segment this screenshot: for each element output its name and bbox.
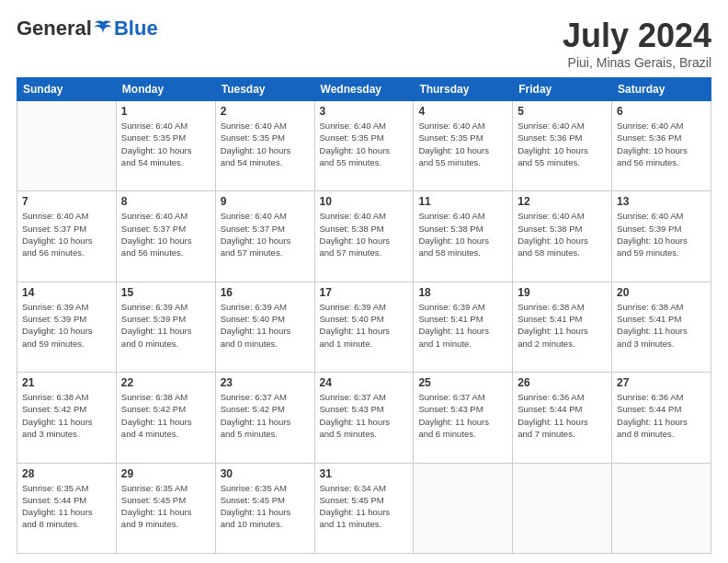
day-info: Sunrise: 6:40 AM Sunset: 5:37 PM Dayligh… [22, 210, 111, 259]
day-number: 7 [22, 195, 111, 208]
calendar-cell [414, 463, 513, 553]
day-number: 15 [121, 286, 210, 299]
day-of-week-header: Tuesday [215, 78, 314, 101]
calendar-cell: 28Sunrise: 6:35 AM Sunset: 5:44 PM Dayli… [17, 463, 117, 553]
calendar-cell: 17Sunrise: 6:39 AM Sunset: 5:40 PM Dayli… [314, 282, 414, 372]
day-info: Sunrise: 6:35 AM Sunset: 5:45 PM Dayligh… [121, 482, 210, 531]
day-number: 23 [221, 376, 310, 389]
day-number: 17 [320, 286, 409, 299]
calendar-cell: 9Sunrise: 6:40 AM Sunset: 5:37 PM Daylig… [215, 191, 314, 282]
calendar-cell: 2Sunrise: 6:40 AM Sunset: 5:35 PM Daylig… [215, 101, 314, 191]
day-info: Sunrise: 6:38 AM Sunset: 5:42 PM Dayligh… [121, 391, 210, 440]
calendar-cell: 25Sunrise: 6:37 AM Sunset: 5:43 PM Dayli… [414, 373, 513, 463]
day-of-week-header: Monday [116, 78, 215, 101]
day-number: 4 [418, 105, 507, 118]
day-info: Sunrise: 6:40 AM Sunset: 5:39 PM Dayligh… [617, 210, 706, 259]
subtitle: Piui, Minas Gerais, Brazil [563, 55, 711, 70]
calendar-cell: 22Sunrise: 6:38 AM Sunset: 5:42 PM Dayli… [116, 373, 215, 463]
day-info: Sunrise: 6:40 AM Sunset: 5:36 PM Dayligh… [617, 120, 706, 168]
calendar-cell: 18Sunrise: 6:39 AM Sunset: 5:41 PM Dayli… [414, 282, 513, 372]
calendar-cell: 15Sunrise: 6:39 AM Sunset: 5:39 PM Dayli… [116, 282, 215, 372]
calendar-cell: 14Sunrise: 6:39 AM Sunset: 5:39 PM Dayli… [17, 282, 117, 372]
day-info: Sunrise: 6:35 AM Sunset: 5:45 PM Dayligh… [221, 482, 310, 531]
calendar-cell: 16Sunrise: 6:39 AM Sunset: 5:40 PM Dayli… [215, 282, 314, 372]
logo-blue-text: Blue [114, 17, 158, 40]
calendar-cell: 19Sunrise: 6:38 AM Sunset: 5:41 PM Dayli… [513, 282, 612, 372]
calendar-cell: 20Sunrise: 6:38 AM Sunset: 5:41 PM Dayli… [612, 282, 711, 372]
day-info: Sunrise: 6:38 AM Sunset: 5:41 PM Dayligh… [617, 301, 706, 350]
day-number: 10 [320, 195, 409, 208]
calendar-cell: 23Sunrise: 6:37 AM Sunset: 5:42 PM Dayli… [215, 373, 314, 463]
day-info: Sunrise: 6:40 AM Sunset: 5:38 PM Dayligh… [418, 210, 507, 259]
calendar-cell: 21Sunrise: 6:38 AM Sunset: 5:42 PM Dayli… [17, 373, 117, 463]
day-of-week-header: Wednesday [314, 78, 414, 101]
day-number: 8 [121, 195, 210, 208]
calendar-cell: 29Sunrise: 6:35 AM Sunset: 5:45 PM Dayli… [116, 463, 215, 553]
day-of-week-header: Friday [513, 78, 612, 101]
logo: General Blue [17, 17, 158, 40]
day-number: 19 [518, 286, 607, 299]
day-info: Sunrise: 6:39 AM Sunset: 5:40 PM Dayligh… [320, 301, 409, 350]
calendar-cell: 12Sunrise: 6:40 AM Sunset: 5:38 PM Dayli… [513, 191, 612, 282]
day-number: 30 [221, 467, 310, 480]
day-of-week-header: Sunday [17, 78, 117, 101]
calendar-table: SundayMondayTuesdayWednesdayThursdayFrid… [17, 77, 711, 554]
calendar-cell: 27Sunrise: 6:36 AM Sunset: 5:44 PM Dayli… [612, 373, 711, 463]
day-info: Sunrise: 6:40 AM Sunset: 5:38 PM Dayligh… [320, 210, 409, 259]
day-number: 20 [617, 286, 706, 299]
day-number: 2 [221, 105, 310, 118]
day-info: Sunrise: 6:39 AM Sunset: 5:39 PM Dayligh… [121, 301, 210, 350]
day-info: Sunrise: 6:38 AM Sunset: 5:41 PM Dayligh… [518, 301, 607, 350]
logo-bird-icon [93, 20, 113, 37]
day-number: 12 [518, 195, 607, 208]
day-number: 28 [22, 467, 111, 480]
main-title: July 2024 [563, 17, 711, 55]
day-number: 27 [617, 376, 706, 389]
calendar-cell: 6Sunrise: 6:40 AM Sunset: 5:36 PM Daylig… [612, 101, 711, 191]
calendar-cell: 31Sunrise: 6:34 AM Sunset: 5:45 PM Dayli… [314, 463, 414, 553]
calendar-cell [17, 101, 117, 191]
day-number: 14 [22, 286, 111, 299]
logo-general-text: General [17, 17, 92, 40]
calendar-cell: 24Sunrise: 6:37 AM Sunset: 5:43 PM Dayli… [314, 373, 414, 463]
day-info: Sunrise: 6:37 AM Sunset: 5:43 PM Dayligh… [418, 391, 507, 440]
day-number: 16 [221, 286, 310, 299]
day-info: Sunrise: 6:36 AM Sunset: 5:44 PM Dayligh… [518, 391, 607, 440]
calendar-cell [612, 463, 711, 553]
calendar-cell: 1Sunrise: 6:40 AM Sunset: 5:35 PM Daylig… [116, 101, 215, 191]
day-info: Sunrise: 6:37 AM Sunset: 5:42 PM Dayligh… [221, 391, 310, 440]
calendar-cell: 5Sunrise: 6:40 AM Sunset: 5:36 PM Daylig… [513, 101, 612, 191]
calendar-cell: 11Sunrise: 6:40 AM Sunset: 5:38 PM Dayli… [414, 191, 513, 282]
calendar-cell: 7Sunrise: 6:40 AM Sunset: 5:37 PM Daylig… [17, 191, 117, 282]
day-number: 22 [121, 376, 210, 389]
day-of-week-header: Saturday [612, 78, 711, 101]
day-number: 11 [418, 195, 507, 208]
day-number: 31 [320, 467, 409, 480]
day-number: 29 [121, 467, 210, 480]
day-info: Sunrise: 6:40 AM Sunset: 5:36 PM Dayligh… [518, 120, 607, 168]
header: General Blue July 2024 Piui, Minas Gerai… [17, 17, 711, 70]
day-number: 9 [221, 195, 310, 208]
day-info: Sunrise: 6:40 AM Sunset: 5:35 PM Dayligh… [418, 120, 507, 168]
day-info: Sunrise: 6:40 AM Sunset: 5:35 PM Dayligh… [121, 120, 210, 168]
day-info: Sunrise: 6:37 AM Sunset: 5:43 PM Dayligh… [320, 391, 409, 440]
calendar-cell: 4Sunrise: 6:40 AM Sunset: 5:35 PM Daylig… [414, 101, 513, 191]
calendar-cell: 13Sunrise: 6:40 AM Sunset: 5:39 PM Dayli… [612, 191, 711, 282]
calendar-cell: 26Sunrise: 6:36 AM Sunset: 5:44 PM Dayli… [513, 373, 612, 463]
calendar-cell: 3Sunrise: 6:40 AM Sunset: 5:35 PM Daylig… [314, 101, 414, 191]
calendar-cell: 8Sunrise: 6:40 AM Sunset: 5:37 PM Daylig… [116, 191, 215, 282]
day-number: 6 [617, 105, 706, 118]
day-info: Sunrise: 6:40 AM Sunset: 5:35 PM Dayligh… [221, 120, 310, 168]
day-info: Sunrise: 6:39 AM Sunset: 5:39 PM Dayligh… [22, 301, 111, 350]
day-info: Sunrise: 6:34 AM Sunset: 5:45 PM Dayligh… [320, 482, 409, 531]
day-info: Sunrise: 6:40 AM Sunset: 5:37 PM Dayligh… [121, 210, 210, 259]
page: General Blue July 2024 Piui, Minas Gerai… [0, 0, 728, 563]
day-info: Sunrise: 6:40 AM Sunset: 5:38 PM Dayligh… [518, 210, 607, 259]
title-section: July 2024 Piui, Minas Gerais, Brazil [563, 17, 711, 70]
day-number: 13 [617, 195, 706, 208]
day-number: 21 [22, 376, 111, 389]
calendar-cell: 10Sunrise: 6:40 AM Sunset: 5:38 PM Dayli… [314, 191, 414, 282]
calendar-cell [513, 463, 612, 553]
day-number: 1 [121, 105, 210, 118]
calendar-header-row: SundayMondayTuesdayWednesdayThursdayFrid… [17, 78, 711, 101]
